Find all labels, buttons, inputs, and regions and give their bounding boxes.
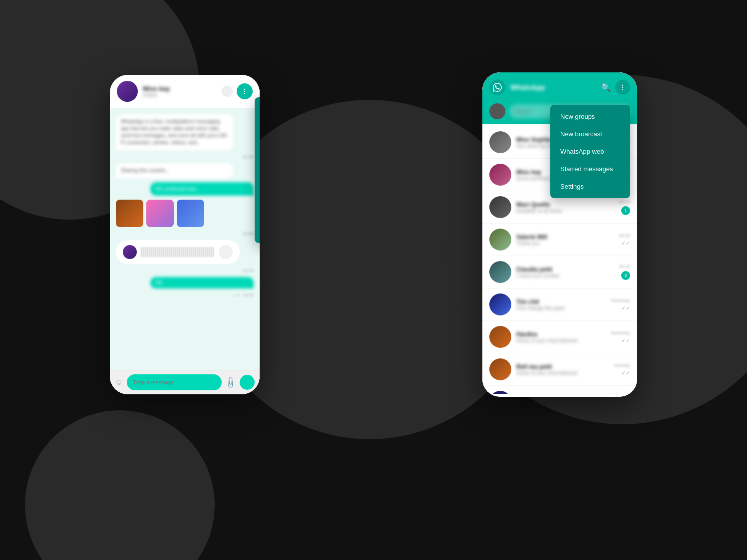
check-mark: ✓✓ (621, 240, 630, 247)
message-input[interactable] (127, 374, 222, 390)
more-options-button[interactable] (615, 80, 630, 95)
left-dropdown-menu: Search Media View Contact Lock Chat Mute… (255, 97, 260, 243)
list-avatar (489, 326, 511, 348)
list-item[interactable]: Claudia petit I need your number 09:30 2 (482, 256, 637, 288)
menu-item-wallpaper[interactable]: Wallpaper (255, 188, 260, 205)
user-avatar[interactable] (489, 103, 505, 119)
list-time: Monday (614, 363, 630, 368)
chat-timestamp: 14:10 (116, 268, 254, 273)
menu-item-whatsapp-web[interactable]: WhatsApp web (550, 143, 630, 160)
list-name: Hardira (516, 331, 605, 338)
list-name: Valerie Mill (516, 234, 614, 241)
list-name: Maci Quetle (516, 201, 614, 208)
media-thumb-3 (177, 200, 204, 227)
menu-item-starred-messages[interactable]: Starred messages (550, 160, 630, 178)
list-preview: I need your number (516, 273, 614, 279)
list-item[interactable]: Rell ma petit Some of your most beloved … (482, 386, 637, 394)
chat-bubble-right: OK (150, 277, 254, 288)
chat-bubble: WhatsApp is a free, multiplatform messag… (116, 114, 233, 150)
contact-info: Miss kay Online (143, 85, 217, 98)
menu-item-view-contact[interactable]: View Contact (255, 135, 260, 153)
list-item[interactable]: Hardira Some of your most beloved Yester… (482, 321, 637, 353)
list-preview: Some of your most beloved (516, 338, 605, 343)
list-preview: Some of your most beloved (516, 370, 609, 376)
right-dropdown-menu: New groups New broarcast WhatsApp web St… (550, 105, 630, 198)
list-item[interactable]: Rell ma petit Some of your most beloved … (482, 353, 637, 386)
play-button[interactable] (219, 245, 233, 259)
check-mark: ✓✓ (621, 305, 630, 311)
menu-item-mute[interactable]: Mute (255, 170, 260, 188)
menu-item-search-web[interactable]: Search Web (255, 205, 260, 223)
list-avatar (489, 358, 511, 380)
menu-item-new-groups[interactable]: New groups (550, 108, 630, 125)
list-info: Tim chit Fine change the parts (516, 298, 605, 311)
list-avatar (489, 261, 511, 283)
app-title: WhatsApp (510, 83, 596, 91)
unread-badge: 2 (621, 271, 630, 280)
list-time: Yesterday (610, 298, 630, 303)
svg-point-5 (622, 89, 623, 90)
search-icon[interactable] (222, 86, 233, 97)
list-info: Claudia petit I need your number (516, 266, 614, 279)
list-time: 09:30 (619, 264, 630, 269)
chat-input-bar: ☺ 📎 (110, 370, 260, 394)
list-meta: 09:30 2 (619, 264, 630, 280)
menu-item-search[interactable]: Search (255, 100, 260, 118)
svg-point-0 (244, 89, 245, 90)
menu-item-lock-chat[interactable]: Lock Chat (255, 153, 260, 170)
list-item[interactable]: Tim chit Fine change the parts Yesterday… (482, 288, 637, 321)
menu-item-media[interactable]: Media (255, 118, 260, 135)
chat-timestamp: 14:00 (116, 231, 254, 236)
menu-item-settings[interactable]: Settings (550, 178, 630, 195)
right-header-icons: 🔍 New groups New broarcast WhatsApp web … (601, 80, 630, 95)
more-options-button[interactable] (237, 83, 253, 99)
audio-message (116, 240, 240, 264)
emoji-icon[interactable]: ☺ (115, 378, 123, 387)
left-phone: Miss kay Online Search Media View Contac… (110, 75, 260, 394)
list-avatar (489, 293, 511, 315)
menu-item-more[interactable]: More (255, 223, 260, 240)
contact-name: Miss kay (143, 85, 217, 92)
chat-bubble-right: OK confirmed and... (150, 182, 254, 196)
check-mark: ✓✓ (621, 337, 630, 344)
list-avatar (489, 196, 511, 218)
list-time: 09:50 (619, 233, 630, 238)
left-phone-header: Miss kay Online (110, 75, 260, 108)
list-avatar (489, 131, 511, 153)
list-meta: 10:15 1 (619, 199, 630, 215)
svg-point-3 (622, 85, 623, 86)
chat-bubble: Sharing this content... (116, 163, 233, 178)
list-meta: Yesterday ✓✓ (610, 330, 630, 344)
list-avatar (489, 391, 511, 394)
media-thumb-2 (146, 200, 174, 227)
list-meta: Yesterday ✓✓ (610, 298, 630, 311)
media-row (116, 200, 254, 227)
check-mark: ✓✓ (621, 370, 630, 376)
audio-avatar (123, 245, 137, 259)
list-info: Valerie Mill Thank you (516, 234, 614, 246)
attachment-icon[interactable]: 📎 (224, 375, 238, 389)
list-preview: Fine change the parts (516, 305, 605, 311)
chat-timestamp: 12:34 (116, 154, 254, 159)
svg-point-2 (244, 93, 245, 94)
list-name: Claudia petit (516, 266, 614, 273)
list-avatar (489, 164, 511, 186)
list-meta: Monday ✓✓ (614, 363, 630, 376)
list-info: Maci Quetle Available at all times (516, 201, 614, 214)
svg-point-4 (622, 87, 623, 88)
menu-item-new-broadcast[interactable]: New broarcast (550, 125, 630, 143)
search-icon[interactable]: 🔍 (601, 83, 611, 92)
svg-point-1 (244, 91, 245, 92)
list-time: Yesterday (610, 330, 630, 335)
mic-button[interactable] (240, 375, 255, 390)
whatsapp-logo (489, 79, 505, 95)
avatar (117, 81, 138, 102)
audio-waveform (141, 247, 215, 257)
list-item[interactable]: Valerie Mill Thank you 09:50 ✓✓ (482, 224, 637, 256)
right-phone-header: WhatsApp 🔍 New groups New broarcast What… (482, 72, 637, 100)
list-meta: 09:50 ✓✓ (619, 233, 630, 247)
message-status: ✓✓ 14:15 (116, 292, 254, 297)
list-info: Hardira Some of your most beloved (516, 331, 605, 343)
list-preview: Available at all times (516, 208, 614, 214)
list-time: 10:15 (619, 199, 630, 204)
